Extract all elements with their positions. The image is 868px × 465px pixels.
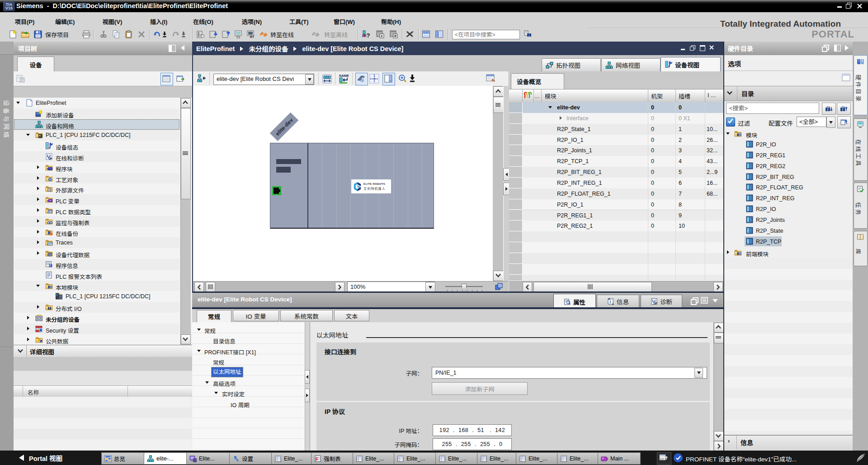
svg-text:?: ? — [367, 32, 370, 39]
svg-text:F: F — [316, 457, 318, 462]
svg-text:RT: RT — [250, 35, 255, 38]
svg-text:NAME: NAME — [339, 74, 349, 78]
